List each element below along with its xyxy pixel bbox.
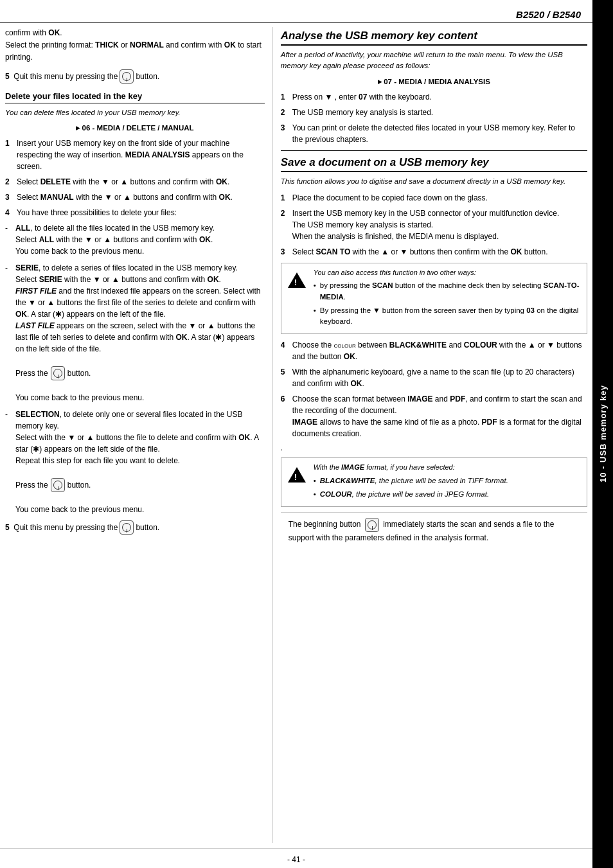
step5-quit-suffix: button. bbox=[136, 72, 159, 81]
quit-button-icon bbox=[120, 69, 134, 84]
step5-end-text: Quit this menu by pressing the bbox=[13, 523, 118, 532]
vertical-tab: 10 - USB memory key bbox=[592, 0, 613, 868]
list-item: 1 Place the document to be copied face d… bbox=[281, 192, 587, 204]
delete-steps-list: 1 Insert your USB memory key on the fron… bbox=[5, 137, 265, 218]
list-item: 5 With the alphanumeric keyboard, give a… bbox=[281, 366, 587, 389]
intro-line-2: Select the printing format: THICK or NOR… bbox=[5, 39, 265, 64]
page-header: B2520 / B2540 bbox=[0, 6, 592, 23]
delete-section-title: Delete your files located in the key bbox=[5, 91, 265, 103]
warning-icon-1 bbox=[285, 267, 308, 293]
warning-triangle-1 bbox=[288, 272, 306, 288]
step5-end-num: 5 bbox=[5, 523, 13, 532]
vertical-tab-label: 10 - USB memory key bbox=[598, 385, 608, 483]
analyse-steps-list: 1 Press on ▼ , enter 07 with the keyboar… bbox=[281, 91, 587, 145]
analyse-intro: After a period of inactivity, your machi… bbox=[281, 49, 587, 72]
list-item: BLACK&WHITE, the picture will be saved i… bbox=[314, 475, 583, 486]
page-number: - 41 - bbox=[287, 855, 305, 864]
step5-num: 5 bbox=[5, 72, 13, 81]
save-intro: This function allows you to digitise and… bbox=[281, 176, 587, 187]
analyse-section-title: Analyse the USB memory key content bbox=[281, 30, 587, 46]
delete-command-text: 06 - MEDIA / DELETE / MANUAL bbox=[82, 124, 194, 132]
list-item: 4 Choose the colour between BLACK&WHITE … bbox=[281, 339, 587, 362]
section-separator-1 bbox=[281, 150, 587, 151]
warning-box-1: You can also access this function in two… bbox=[281, 263, 587, 335]
list-item: 1 Press on ▼ , enter 07 with the keyboar… bbox=[281, 91, 587, 103]
save-section-title: Save a document on a USB memory key bbox=[281, 156, 587, 172]
bottom-note-text: The beginning button bbox=[289, 520, 361, 529]
list-item: 4 You have three possibilities to delete… bbox=[5, 207, 265, 218]
list-item: 3 You can print or delete the detected f… bbox=[281, 122, 587, 145]
step5-quit-text: Quit this menu by pressing the bbox=[13, 72, 118, 81]
delete-section-intro: You can delete files located in your USB… bbox=[5, 107, 265, 118]
list-item: 3 Select SCAN TO with the ▲ or ▼ buttons… bbox=[281, 246, 587, 258]
list-item: 2 Select DELETE with the ▼ or ▲ buttons … bbox=[5, 176, 265, 188]
header-title: B2520 / B2540 bbox=[516, 9, 581, 20]
columns: confirm with OK. Select the printing for… bbox=[0, 27, 592, 843]
bottom-note: The beginning button immediately starts … bbox=[281, 512, 587, 549]
list-item: - SELECTION, to delete only one or sever… bbox=[5, 409, 265, 515]
analyse-command-text: 07 - MEDIA / MEDIA ANALYSIS bbox=[384, 78, 490, 85]
analyse-command-box: ▸ 07 - MEDIA / MEDIA ANALYSIS bbox=[281, 77, 587, 86]
quit-end-button-icon bbox=[120, 520, 134, 535]
page-footer: - 41 - bbox=[0, 848, 592, 868]
press-btn-icon-1 bbox=[51, 366, 65, 380]
list-item: 1 Insert your USB memory key on the fron… bbox=[5, 137, 265, 172]
step5-quit-line: 5 Quit this menu by pressing the button. bbox=[5, 69, 265, 84]
right-column: Analyse the USB memory key content After… bbox=[273, 27, 587, 843]
save-steps-cont: 4 Choose the colour between BLACK&WHITE … bbox=[281, 339, 587, 439]
dash-list: - ALL, to delete all the files located i… bbox=[5, 222, 265, 515]
list-item: - ALL, to delete all the files located i… bbox=[5, 222, 265, 257]
warning-list-2: BLACK&WHITE, the picture will be saved i… bbox=[314, 475, 583, 500]
save-steps-list: 1 Place the document to be copied face d… bbox=[281, 192, 587, 258]
warning-note: You can also access this function in two… bbox=[314, 267, 583, 278]
intro-block: confirm with OK. Select the printing for… bbox=[5, 27, 265, 64]
warning2-title: With the IMAGE format, if you have selec… bbox=[314, 462, 583, 473]
list-item: 3 Select MANUAL with the ▼ or ▲ buttons … bbox=[5, 191, 265, 203]
main-content: B2520 / B2540 confirm with OK. Select th… bbox=[0, 0, 592, 868]
left-column: confirm with OK. Select the printing for… bbox=[5, 27, 273, 843]
step5-end-line: 5 Quit this menu by pressing the button. bbox=[5, 520, 265, 535]
press-btn-icon-2 bbox=[51, 478, 65, 492]
list-item: 2 The USB memory key analysis is started… bbox=[281, 107, 587, 118]
warning-content-1: You can also access this function in two… bbox=[314, 267, 583, 330]
warning-list-1: by pressing the SCAN button of the machi… bbox=[314, 280, 583, 327]
list-item: by pressing the SCAN button of the machi… bbox=[314, 280, 583, 303]
warning-triangle-2 bbox=[288, 467, 306, 483]
bottom-note-icon bbox=[365, 518, 379, 532]
list-item: COLOUR, the picture will be saved in JPE… bbox=[314, 489, 583, 500]
warning-box-2: With the IMAGE format, if you have selec… bbox=[281, 457, 587, 507]
step5-end-suffix: button. bbox=[136, 523, 159, 532]
warning-icon-2 bbox=[285, 462, 308, 488]
list-item: By pressing the ▼ button from the screen… bbox=[314, 305, 583, 328]
page: B2520 / B2540 confirm with OK. Select th… bbox=[0, 0, 613, 868]
list-item: - SERIE, to delete a series of files loc… bbox=[5, 262, 265, 403]
list-item: 6 Choose the scan format between IMAGE a… bbox=[281, 393, 587, 439]
separator-dot: . bbox=[281, 443, 587, 452]
list-item: 2 Insert the USB memory key in the USB c… bbox=[281, 208, 587, 242]
intro-line-1: confirm with OK. bbox=[5, 27, 265, 39]
delete-command-box: ▸ 06 - MEDIA / DELETE / MANUAL bbox=[5, 123, 265, 132]
warning-content-2: With the IMAGE format, if you have selec… bbox=[314, 462, 583, 502]
